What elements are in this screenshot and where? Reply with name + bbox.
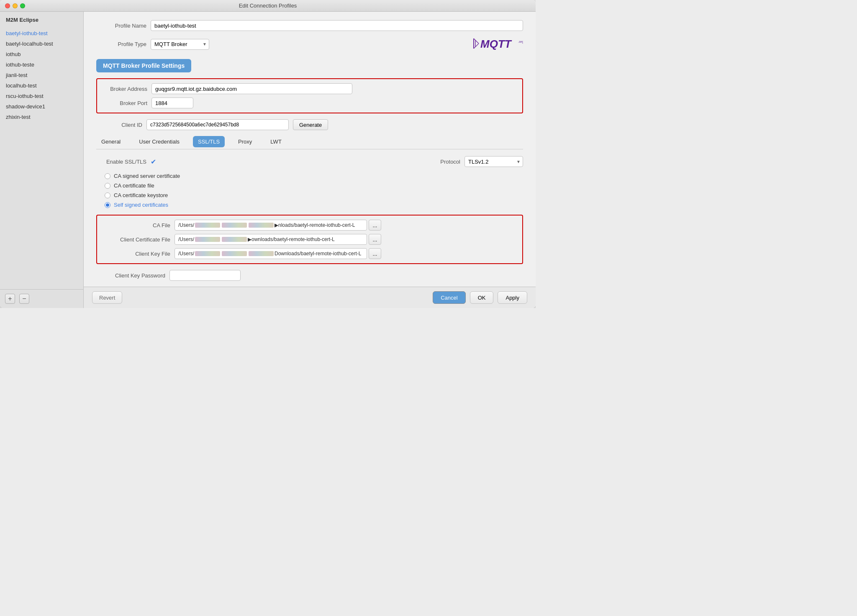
close-button[interactable] bbox=[5, 3, 10, 8]
radio-self-signed-label: Self signed certificates bbox=[114, 202, 168, 208]
ca-file-browse-button[interactable]: ... bbox=[369, 220, 381, 231]
profile-type-select[interactable]: MQTT Broker MQTT Client bbox=[151, 39, 209, 50]
svg-text:.org: .org bbox=[518, 40, 523, 44]
client-key-blur3 bbox=[249, 251, 274, 256]
radio-ca-signed[interactable]: CA signed server certificate bbox=[105, 173, 523, 179]
sidebar-footer: + − bbox=[0, 289, 83, 308]
profile-name-input[interactable] bbox=[151, 20, 523, 31]
client-key-row: Client Key File /Users/ Downloads/baetyl… bbox=[101, 248, 518, 259]
ca-file-label: CA File bbox=[101, 222, 174, 228]
remove-profile-button[interactable]: − bbox=[19, 294, 29, 304]
profile-name-label: Profile Name bbox=[96, 23, 151, 29]
sidebar-item-baetyl-iothub-test[interactable]: baetyl-iothub-test bbox=[0, 28, 83, 38]
client-cert-row: Client Certificate File /Users/ ▶ownload… bbox=[101, 234, 518, 245]
ca-file-blur1 bbox=[195, 223, 220, 228]
profile-type-label: Profile Type bbox=[96, 41, 151, 47]
tab-user-credentials[interactable]: User Credentials bbox=[134, 136, 185, 147]
profile-type-select-wrapper: MQTT Broker MQTT Client ▼ bbox=[151, 39, 209, 50]
main-content: Profile Name Profile Type MQTT Broker MQ… bbox=[84, 12, 536, 287]
radio-ca-keystore-circle bbox=[105, 192, 110, 198]
profile-type-row: Profile Type MQTT Broker MQTT Client ▼ bbox=[96, 35, 523, 53]
ca-file-row: CA File /Users/ ▶nloads/baetyl-remote-io… bbox=[101, 220, 518, 231]
protocol-select[interactable]: TLSv1.2 TLSv1.1 TLSv1.0 bbox=[464, 156, 523, 167]
radio-ca-keystore-label: CA certificate keystore bbox=[114, 192, 168, 198]
broker-address-input[interactable] bbox=[151, 83, 352, 94]
broker-section: Broker Address Broker Port bbox=[96, 78, 523, 113]
profile-name-row: Profile Name bbox=[96, 20, 523, 31]
broker-port-input[interactable] bbox=[151, 98, 193, 108]
main-panel: Profile Name Profile Type MQTT Broker MQ… bbox=[84, 12, 536, 308]
revert-button[interactable]: Revert bbox=[92, 291, 122, 304]
radio-self-signed-circle bbox=[105, 202, 110, 208]
client-key-path-display[interactable]: /Users/ Downloads/baetyl-remote-iothub-c… bbox=[174, 248, 367, 259]
sidebar: M2M Eclipse baetyl-iothub-test baetyl-lo… bbox=[0, 12, 84, 308]
protocol-select-wrapper: TLSv1.2 TLSv1.1 TLSv1.0 ▼ bbox=[464, 156, 523, 167]
radio-ca-file-label: CA certificate file bbox=[114, 182, 154, 189]
client-key-browse-button[interactable]: ... bbox=[369, 248, 381, 259]
client-key-path-start: /Users/ bbox=[178, 251, 194, 257]
apply-button[interactable]: Apply bbox=[498, 291, 527, 304]
maximize-button[interactable] bbox=[20, 3, 25, 8]
radio-self-signed[interactable]: Self signed certificates bbox=[105, 202, 523, 208]
sidebar-item-shadow-device1[interactable]: shadow-device1 bbox=[0, 101, 83, 112]
client-cert-blur1 bbox=[195, 237, 220, 242]
client-cert-path-end: ▶ownloads/baetyl-remote-iothub-cert-L bbox=[248, 236, 335, 242]
tab-ssl-tls[interactable]: SSL/TLS bbox=[193, 136, 225, 147]
mqtt-logo: MQTT .org bbox=[473, 35, 523, 53]
ca-file-blur2 bbox=[222, 223, 247, 228]
client-key-blur1 bbox=[195, 251, 220, 256]
radio-ca-file[interactable]: CA certificate file bbox=[105, 182, 523, 189]
client-id-input[interactable] bbox=[146, 119, 289, 130]
title-bar: Edit Connection Profiles bbox=[0, 0, 536, 12]
sidebar-item-iothub-teste[interactable]: iothub-teste bbox=[0, 59, 83, 70]
client-cert-input-wrapper: /Users/ ▶ownloads/baetyl-remote-iothub-c… bbox=[174, 234, 381, 245]
sidebar-item-baetyl-localhub-test[interactable]: baetyl-localhub-test bbox=[0, 38, 83, 49]
minimize-button[interactable] bbox=[13, 3, 18, 8]
sidebar-item-zhixin-test[interactable]: zhixin-test bbox=[0, 112, 83, 122]
sidebar-item-rscu-iothub-test[interactable]: rscu-iothub-test bbox=[0, 91, 83, 101]
ca-file-path-start: /Users/ bbox=[178, 222, 194, 228]
svg-line-5 bbox=[475, 44, 479, 47]
sidebar-list: baetyl-iothub-test baetyl-localhub-test … bbox=[0, 28, 83, 289]
tab-lwt[interactable]: LWT bbox=[265, 136, 286, 147]
generate-button[interactable]: Generate bbox=[293, 119, 328, 130]
ca-file-path-display[interactable]: /Users/ ▶nloads/baetyl-remote-iothub-cer… bbox=[174, 220, 367, 231]
cancel-button[interactable]: Cancel bbox=[433, 291, 465, 304]
client-key-path-end: Downloads/baetyl-remote-iothub-cert-L bbox=[275, 251, 361, 257]
client-cert-path-display[interactable]: /Users/ ▶ownloads/baetyl-remote-iothub-c… bbox=[174, 234, 367, 245]
main-window: Edit Connection Profiles M2M Eclipse bae… bbox=[0, 0, 536, 308]
ca-file-path-end: ▶nloads/baetyl-remote-iothub-cert-L bbox=[275, 222, 355, 228]
svg-line-4 bbox=[475, 40, 479, 44]
file-section: CA File /Users/ ▶nloads/baetyl-remote-io… bbox=[96, 215, 523, 264]
ok-button[interactable]: OK bbox=[470, 291, 494, 304]
ssl-enable-checkbox[interactable]: ✔ bbox=[151, 158, 156, 166]
sidebar-item-jianli-test[interactable]: jianli-test bbox=[0, 70, 83, 80]
settings-button[interactable]: MQTT Broker Profile Settings bbox=[96, 59, 191, 72]
radio-ca-signed-circle bbox=[105, 173, 110, 179]
tabs-row: General User Credentials SSL/TLS Proxy L… bbox=[96, 136, 523, 149]
client-id-label: Client ID bbox=[96, 122, 146, 128]
broker-port-row: Broker Port bbox=[101, 98, 518, 108]
radio-ca-keystore[interactable]: CA certificate keystore bbox=[105, 192, 523, 198]
window-title: Edit Connection Profiles bbox=[239, 3, 297, 9]
client-cert-path-start: /Users/ bbox=[178, 236, 194, 242]
action-buttons: Cancel OK Apply bbox=[433, 291, 527, 304]
radio-ca-signed-label: CA signed server certificate bbox=[114, 173, 180, 179]
tab-general[interactable]: General bbox=[96, 136, 126, 147]
client-key-label: Client Key File bbox=[101, 251, 174, 257]
password-input[interactable] bbox=[169, 270, 241, 281]
ssl-enable-label: Enable SSL/TLS bbox=[96, 159, 151, 165]
radio-self-signed-dot bbox=[106, 203, 109, 207]
sidebar-item-iothub[interactable]: iothub bbox=[0, 49, 83, 59]
client-cert-blur2 bbox=[222, 237, 247, 242]
client-cert-browse-button[interactable]: ... bbox=[369, 234, 381, 245]
client-id-row: Client ID Generate bbox=[96, 119, 523, 130]
broker-address-label: Broker Address bbox=[101, 86, 151, 92]
certificate-type-group: CA signed server certificate CA certific… bbox=[105, 173, 523, 208]
tab-proxy[interactable]: Proxy bbox=[233, 136, 257, 147]
sidebar-item-localhub-test[interactable]: localhub-test bbox=[0, 80, 83, 91]
password-row: Client Key Password bbox=[96, 270, 523, 281]
ca-file-input-wrapper: /Users/ ▶nloads/baetyl-remote-iothub-cer… bbox=[174, 220, 381, 231]
broker-port-label: Broker Port bbox=[101, 100, 151, 106]
add-profile-button[interactable]: + bbox=[5, 294, 15, 304]
